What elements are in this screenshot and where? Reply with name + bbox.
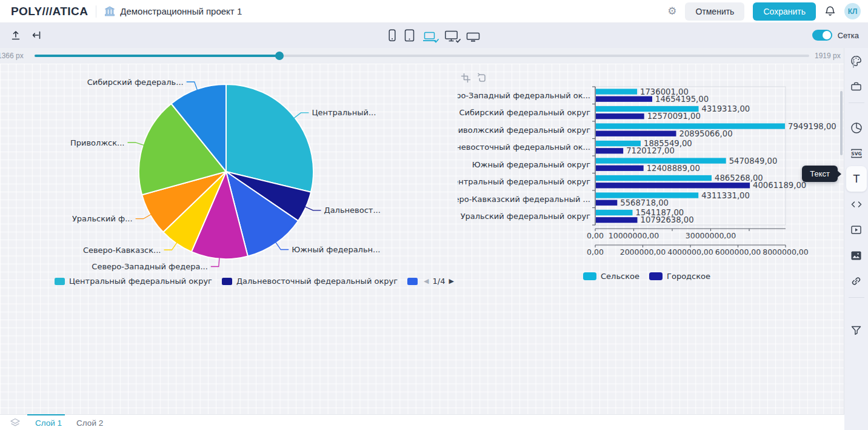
bar-legend-item[interactable]: Городское (649, 272, 710, 281)
active-layer-indicator (27, 414, 65, 415)
bar-category-label: Сибирский федеральный округ (459, 108, 591, 117)
width-slider-fill (35, 55, 279, 57)
grid-toggle-label: Сетка (838, 31, 859, 40)
layers-bar: Слой 1 Слой 2 (0, 414, 844, 430)
canvas-scrollbar[interactable] (840, 91, 843, 155)
sidebar-item-filter[interactable] (846, 317, 867, 343)
bar-urban[interactable] (596, 166, 644, 171)
upload-icon[interactable] (10, 30, 21, 41)
legend-swatch (222, 278, 232, 285)
device-laptop-icon[interactable] (422, 32, 436, 42)
pie-legend: Центральный федеральный округДальневосто… (55, 277, 454, 286)
bar-urban[interactable] (596, 200, 617, 206)
pie-label: Сибирский федераль... (87, 78, 184, 87)
bar-value-label: 7120127,00 (626, 146, 675, 155)
bar-chart-widget: Северо-Западный федеральный ок...1736001… (458, 72, 844, 287)
gear-icon[interactable]: ⚙ (667, 6, 676, 16)
sidebar-item-archive[interactable] (846, 73, 867, 99)
image-icon (850, 250, 862, 261)
chevron-left-icon[interactable]: ◀ (424, 277, 429, 285)
legend-label: Городское (667, 272, 710, 281)
bar-rural[interactable] (596, 141, 641, 146)
sidebar-item-svg[interactable]: SVG (846, 141, 867, 166)
pie-label-line (187, 82, 198, 90)
axis-tick-label: 6000000,00 (715, 247, 761, 257)
pie-label: Южный федеральн... (292, 245, 380, 254)
bar-value-label: 10792638,00 (641, 215, 694, 224)
chevron-right-icon[interactable]: ▶ (449, 277, 453, 285)
bar-rural[interactable] (596, 89, 637, 94)
project-title: Демонстрационный проект 1 (120, 6, 242, 16)
width-slider[interactable] (35, 55, 809, 57)
bar-urban[interactable] (596, 96, 652, 102)
bar-category-label: Южный федеральный округ (472, 160, 590, 169)
bar-legend-item[interactable]: Сельское (583, 272, 639, 281)
axis-tick-label: 2000000,00 (620, 247, 666, 257)
sidebar-item-image[interactable] (846, 243, 867, 268)
tab-layer-2[interactable]: Слой 2 (76, 418, 103, 428)
pie-legend-item[interactable]: Центральный федеральный округ (55, 277, 212, 286)
bar-category-label: Приволжский федеральный округ (458, 126, 590, 135)
legend-label: Центральный федеральный округ (69, 277, 212, 286)
device-desktop-icon[interactable] (444, 30, 458, 42)
device-phone-icon[interactable] (388, 29, 396, 42)
bank-building-icon (104, 6, 115, 16)
bar-rural[interactable] (596, 158, 726, 163)
grid-toggle[interactable] (812, 30, 832, 41)
rotate-icon[interactable] (476, 73, 487, 83)
sidebar-item-palette[interactable] (846, 48, 867, 73)
indent-left-icon[interactable] (31, 30, 42, 41)
bar-rural[interactable] (596, 192, 698, 198)
bar-category-label: Северо-Западный федеральный ок... (458, 91, 590, 100)
sidebar-item-video[interactable] (846, 217, 867, 243)
save-button[interactable]: Сохранить (753, 2, 816, 21)
axis-tick-label: 10000000,00 (609, 231, 659, 240)
filter-icon (850, 325, 862, 335)
svg-text:SVG: SVG (851, 151, 861, 156)
archive-icon (850, 81, 862, 92)
layers-icon[interactable] (10, 418, 21, 428)
sidebar-item-code[interactable] (846, 192, 867, 217)
bar-value-label: 20895066,00 (679, 129, 733, 138)
pie-legend-item-truncated[interactable] (407, 278, 418, 285)
sidebar-divider (849, 102, 864, 103)
device-tv-icon[interactable] (466, 32, 480, 42)
pie-label-line (164, 243, 177, 250)
polymatica-logo: POLY///ATICA (11, 5, 88, 18)
avatar[interactable]: КЛ (844, 3, 861, 19)
bar-rural[interactable] (596, 106, 699, 112)
bar-rural[interactable] (596, 123, 785, 129)
palette-icon (850, 55, 862, 67)
sidebar-item-link[interactable] (846, 268, 867, 294)
bar-rural[interactable] (596, 210, 633, 215)
bar-value-label: 5568718,00 (620, 198, 669, 207)
bar-category-label: Северо-Кавказский федеральный ... (458, 195, 590, 204)
pie-label-line (305, 207, 321, 210)
crop-icon[interactable] (461, 73, 471, 83)
tab-layer-1[interactable]: Слой 1 (35, 418, 62, 428)
axis-tick-label: 30000000,00 (686, 231, 736, 240)
bar-rural[interactable] (596, 175, 712, 181)
pie-chart-icon (850, 122, 863, 134)
svg-icon: SVG (850, 148, 863, 159)
dashboard-canvas[interactable]: Центральный...Дальневост...Южный федерал… (0, 64, 844, 414)
device-tablet-icon[interactable] (404, 29, 415, 42)
bar-urban[interactable] (596, 217, 638, 223)
width-slider-thumb[interactable] (275, 52, 284, 60)
legend-swatch (407, 278, 418, 285)
sidebar-scrollbar[interactable] (853, 59, 854, 68)
pie-legend-item[interactable]: Дальневосточный федеральный округ (222, 277, 398, 286)
bar-urban[interactable] (596, 148, 623, 153)
bar-chart: Северо-Западный федеральный ок...1736001… (458, 72, 844, 264)
bell-icon[interactable] (824, 5, 836, 17)
slider-min-label: 1366 px (0, 52, 24, 60)
bar-urban[interactable] (596, 113, 644, 119)
bar-value-label: 7949198,00 (788, 122, 836, 131)
bar-urban[interactable] (596, 183, 750, 188)
cancel-button[interactable]: Отменить (685, 2, 744, 21)
axis-tick-label: 0,00 (587, 231, 604, 240)
sidebar-item-pie-chart[interactable] (846, 115, 867, 141)
pie-label: Уральский ф... (72, 214, 133, 223)
bar-urban[interactable] (596, 131, 676, 136)
sidebar-item-text[interactable]: T (846, 166, 867, 192)
